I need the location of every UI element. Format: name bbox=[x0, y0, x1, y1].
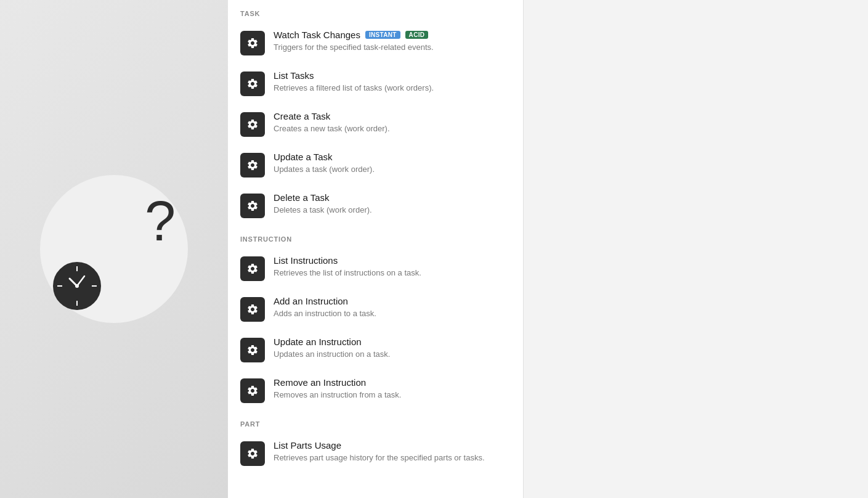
gear-icon-remove-an-instruction bbox=[240, 378, 265, 403]
item-text-create-a-task: Create a TaskCreates a new task (work or… bbox=[274, 111, 511, 134]
section-header-part: PART bbox=[228, 410, 523, 433]
item-title-row-update-a-task: Update a Task bbox=[274, 152, 511, 162]
item-text-list-instructions: List InstructionsRetrieves the list of i… bbox=[274, 255, 511, 279]
svg-point-8 bbox=[75, 284, 79, 288]
left-illustration-panel: ? bbox=[0, 0, 228, 498]
gear-icon-update-an-instruction bbox=[240, 338, 265, 362]
item-text-list-parts-usage: List Parts UsageRetrieves part usage his… bbox=[274, 440, 511, 463]
item-title-list-instructions: List Instructions bbox=[274, 255, 338, 266]
section-header-task: TASK bbox=[228, 0, 523, 22]
item-description-list-parts-usage: Retrieves part usage history for the spe… bbox=[274, 452, 511, 463]
clock-icon bbox=[52, 261, 102, 311]
item-title-row-delete-a-task: Delete a Task bbox=[274, 192, 511, 203]
item-description-delete-a-task: Deletes a task (work order). bbox=[274, 205, 511, 216]
question-mark-icon: ? bbox=[145, 194, 176, 249]
item-description-add-an-instruction: Adds an instruction to a task. bbox=[274, 308, 511, 319]
item-text-update-a-task: Update a TaskUpdates a task (work order)… bbox=[274, 152, 511, 175]
list-item-list-tasks[interactable]: List TasksRetrieves a filtered list of t… bbox=[228, 63, 523, 104]
gear-icon-list-instructions bbox=[240, 256, 265, 281]
gear-icon-watch-task-changes bbox=[240, 31, 265, 55]
item-title-list-tasks: List Tasks bbox=[274, 70, 314, 81]
item-title-update-a-task: Update a Task bbox=[274, 152, 333, 162]
item-description-remove-an-instruction: Removes an instruction from a task. bbox=[274, 390, 511, 401]
item-title-row-update-an-instruction: Update an Instruction bbox=[274, 337, 511, 347]
badge-instant-watch-task-changes: INSTANT bbox=[365, 31, 400, 39]
item-title-row-create-a-task: Create a Task bbox=[274, 111, 511, 121]
item-description-update-a-task: Updates a task (work order). bbox=[274, 164, 511, 175]
list-item-watch-task-changes[interactable]: Watch Task ChangesINSTANTACIDTriggers fo… bbox=[228, 22, 523, 63]
item-text-remove-an-instruction: Remove an InstructionRemoves an instruct… bbox=[274, 377, 511, 401]
item-title-add-an-instruction: Add an Instruction bbox=[274, 296, 348, 306]
item-title-row-add-an-instruction: Add an Instruction bbox=[274, 296, 511, 306]
item-title-row-list-parts-usage: List Parts Usage bbox=[274, 440, 511, 451]
badge-acid-watch-task-changes: ACID bbox=[405, 31, 429, 39]
list-item-list-instructions[interactable]: List InstructionsRetrieves the list of i… bbox=[228, 248, 523, 288]
list-item-create-a-task[interactable]: Create a TaskCreates a new task (work or… bbox=[228, 104, 523, 144]
gear-icon-update-a-task bbox=[240, 153, 265, 178]
list-panel: TASK Watch Task ChangesINSTANTACIDTrigge… bbox=[228, 0, 524, 498]
list-item-add-an-instruction[interactable]: Add an InstructionAdds an instruction to… bbox=[228, 288, 523, 329]
item-description-create-a-task: Creates a new task (work order). bbox=[274, 123, 511, 134]
illustration-circle: ? bbox=[40, 175, 188, 323]
main-content: TASK Watch Task ChangesINSTANTACIDTrigge… bbox=[228, 0, 868, 498]
item-title-create-a-task: Create a Task bbox=[274, 111, 330, 121]
item-description-watch-task-changes: Triggers for the specified task-related … bbox=[274, 42, 511, 53]
item-text-add-an-instruction: Add an InstructionAdds an instruction to… bbox=[274, 296, 511, 319]
item-title-watch-task-changes: Watch Task Changes bbox=[274, 30, 360, 40]
gear-icon-delete-a-task bbox=[240, 194, 265, 218]
item-text-list-tasks: List TasksRetrieves a filtered list of t… bbox=[274, 70, 511, 94]
right-panel bbox=[524, 0, 868, 498]
gear-icon-list-tasks bbox=[240, 71, 265, 96]
item-text-delete-a-task: Delete a TaskDeletes a task (work order)… bbox=[274, 192, 511, 216]
item-description-update-an-instruction: Updates an instruction on a task. bbox=[274, 349, 511, 360]
section-header-instruction: INSTRUCTION bbox=[228, 226, 523, 248]
item-title-update-an-instruction: Update an Instruction bbox=[274, 337, 362, 347]
item-title-row-watch-task-changes: Watch Task ChangesINSTANTACID bbox=[274, 30, 511, 40]
item-title-delete-a-task: Delete a Task bbox=[274, 192, 330, 203]
list-item-delete-a-task[interactable]: Delete a TaskDeletes a task (work order)… bbox=[228, 185, 523, 226]
item-title-row-remove-an-instruction: Remove an Instruction bbox=[274, 377, 511, 388]
item-text-watch-task-changes: Watch Task ChangesINSTANTACIDTriggers fo… bbox=[274, 30, 511, 53]
gear-icon-create-a-task bbox=[240, 112, 265, 137]
item-description-list-instructions: Retrieves the list of instructions on a … bbox=[274, 267, 511, 279]
list-item-update-a-task[interactable]: Update a TaskUpdates a task (work order)… bbox=[228, 144, 523, 185]
illustration: ? bbox=[34, 169, 194, 329]
list-item-list-parts-usage[interactable]: List Parts UsageRetrieves part usage his… bbox=[228, 433, 523, 473]
gear-icon-list-parts-usage bbox=[240, 441, 265, 466]
item-description-list-tasks: Retrieves a filtered list of tasks (work… bbox=[274, 83, 511, 94]
item-title-remove-an-instruction: Remove an Instruction bbox=[274, 377, 366, 388]
item-title-row-list-tasks: List Tasks bbox=[274, 70, 511, 81]
list-item-remove-an-instruction[interactable]: Remove an InstructionRemoves an instruct… bbox=[228, 370, 523, 410]
gear-icon-add-an-instruction bbox=[240, 297, 265, 322]
list-item-update-an-instruction[interactable]: Update an InstructionUpdates an instruct… bbox=[228, 329, 523, 370]
item-text-update-an-instruction: Update an InstructionUpdates an instruct… bbox=[274, 337, 511, 360]
item-title-list-parts-usage: List Parts Usage bbox=[274, 440, 341, 451]
item-title-row-list-instructions: List Instructions bbox=[274, 255, 511, 266]
